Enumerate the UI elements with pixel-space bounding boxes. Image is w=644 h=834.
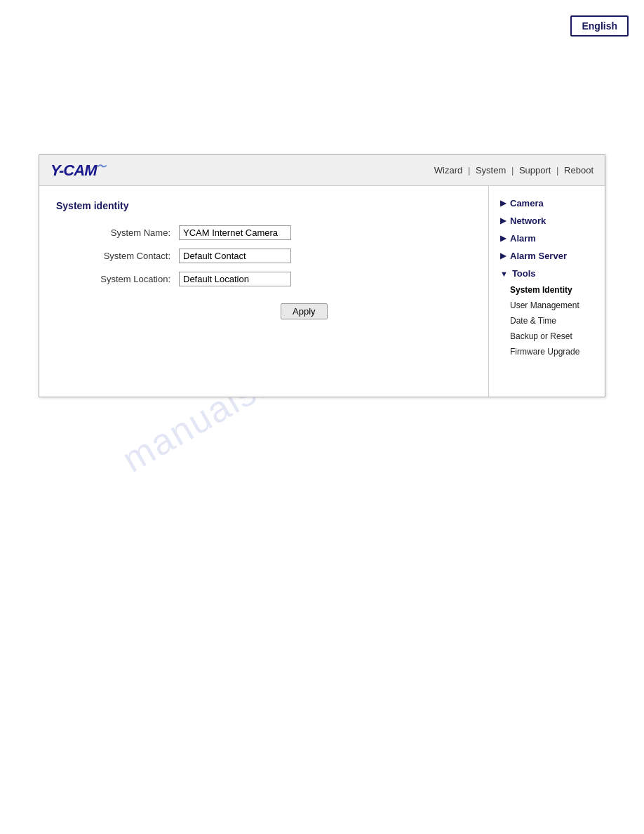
panel-header: Y-CAM〜 Wizard | System | Support | Reboo… — [39, 155, 605, 186]
logo-wave: 〜 — [96, 161, 105, 172]
sidebar-item-alarm-server[interactable]: ▶ Alarm Server — [489, 247, 605, 265]
sidebar-label-camera: Camera — [510, 198, 544, 208]
sidebar: ▶ Camera ▶ Network ▶ Alarm ▶ Alarm Serve… — [489, 186, 605, 397]
logo: Y-CAM〜 — [51, 161, 105, 180]
input-system-contact[interactable] — [179, 249, 291, 263]
nav-sep-2: | — [511, 165, 514, 176]
sidebar-sub-item-date-time[interactable]: Date & Time — [489, 313, 605, 329]
label-system-location: System Location: — [77, 274, 179, 284]
tools-arrow-icon: ▼ — [500, 270, 508, 278]
nav-support[interactable]: Support — [519, 165, 551, 176]
input-system-name[interactable] — [179, 225, 291, 240]
sidebar-sub-item-backup-reset[interactable]: Backup or Reset — [489, 329, 605, 344]
apply-row: Apply — [179, 296, 471, 319]
alarm-arrow-icon: ▶ — [500, 234, 506, 243]
sidebar-sub-item-system-identity[interactable]: System Identity — [489, 282, 605, 298]
nav-reboot[interactable]: Reboot — [564, 165, 593, 176]
nav-sep-1: | — [468, 165, 470, 176]
sidebar-item-alarm[interactable]: ▶ Alarm — [489, 230, 605, 247]
network-arrow-icon: ▶ — [500, 216, 506, 225]
language-button[interactable]: English — [570, 15, 629, 37]
alarm-server-arrow-icon: ▶ — [500, 251, 506, 260]
logo-text: Y-CAM — [51, 161, 96, 179]
content-area: System identity System Name: System Cont… — [39, 186, 489, 397]
nav-system[interactable]: System — [476, 165, 506, 176]
sidebar-sub-item-firmware-upgrade[interactable]: Firmware Upgrade — [489, 344, 605, 359]
sidebar-label-alarm: Alarm — [510, 233, 536, 244]
label-system-name: System Name: — [77, 227, 179, 238]
label-system-contact: System Contact: — [77, 251, 179, 261]
form-row-system-contact: System Contact: — [77, 249, 471, 263]
sidebar-label-tools: Tools — [512, 268, 536, 279]
nav-sep-3: | — [556, 165, 558, 176]
camera-arrow-icon: ▶ — [500, 199, 506, 208]
content-title: System identity — [56, 200, 471, 211]
nav-bar: Wizard | System | Support | Reboot — [434, 165, 593, 176]
sidebar-item-network[interactable]: ▶ Network — [489, 212, 605, 230]
input-system-location[interactable] — [179, 272, 291, 286]
sidebar-label-alarm-server: Alarm Server — [510, 251, 567, 261]
sidebar-item-camera[interactable]: ▶ Camera — [489, 194, 605, 212]
nav-wizard[interactable]: Wizard — [434, 165, 462, 176]
form-row-system-location: System Location: — [77, 272, 471, 286]
sidebar-sub-item-user-management[interactable]: User Management — [489, 298, 605, 313]
form-table: System Name: System Contact: System Loca… — [77, 225, 471, 319]
apply-button[interactable]: Apply — [281, 303, 328, 319]
form-row-system-name: System Name: — [77, 225, 471, 240]
sidebar-label-network: Network — [510, 216, 546, 226]
sidebar-item-tools[interactable]: ▼ Tools — [489, 265, 605, 282]
main-panel: Y-CAM〜 Wizard | System | Support | Reboo… — [39, 154, 605, 397]
panel-body: System identity System Name: System Cont… — [39, 186, 605, 397]
